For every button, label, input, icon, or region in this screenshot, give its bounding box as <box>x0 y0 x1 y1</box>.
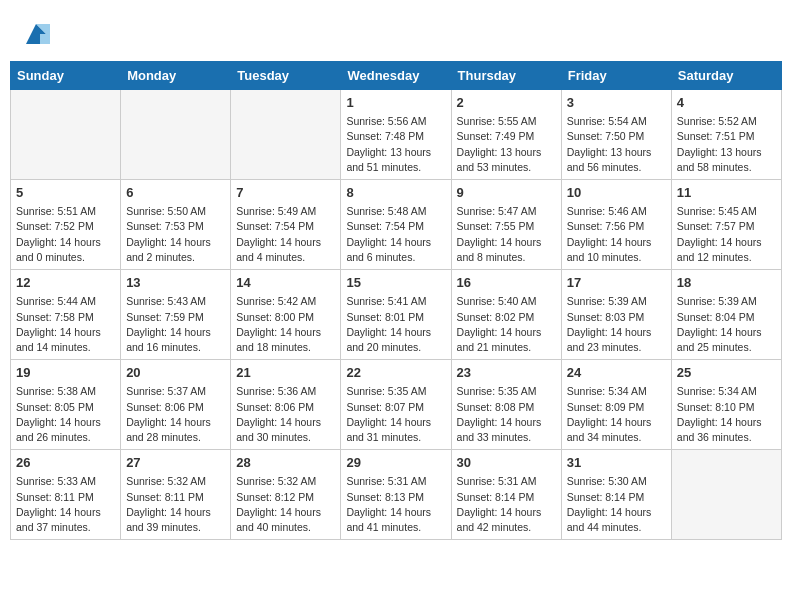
calendar-day-cell: 27Sunrise: 5:32 AM Sunset: 8:11 PM Dayli… <box>121 450 231 540</box>
day-info: Sunrise: 5:35 AM Sunset: 8:07 PM Dayligh… <box>346 384 445 445</box>
calendar-day-cell: 17Sunrise: 5:39 AM Sunset: 8:03 PM Dayli… <box>561 270 671 360</box>
calendar-day-cell <box>11 90 121 180</box>
day-info: Sunrise: 5:45 AM Sunset: 7:57 PM Dayligh… <box>677 204 776 265</box>
day-number: 28 <box>236 454 335 472</box>
calendar-day-cell: 16Sunrise: 5:40 AM Sunset: 8:02 PM Dayli… <box>451 270 561 360</box>
day-info: Sunrise: 5:42 AM Sunset: 8:00 PM Dayligh… <box>236 294 335 355</box>
day-number: 21 <box>236 364 335 382</box>
day-info: Sunrise: 5:30 AM Sunset: 8:14 PM Dayligh… <box>567 474 666 535</box>
day-info: Sunrise: 5:37 AM Sunset: 8:06 PM Dayligh… <box>126 384 225 445</box>
calendar-day-cell: 22Sunrise: 5:35 AM Sunset: 8:07 PM Dayli… <box>341 360 451 450</box>
calendar-day-cell: 9Sunrise: 5:47 AM Sunset: 7:55 PM Daylig… <box>451 180 561 270</box>
day-number: 10 <box>567 184 666 202</box>
day-number: 29 <box>346 454 445 472</box>
day-info: Sunrise: 5:49 AM Sunset: 7:54 PM Dayligh… <box>236 204 335 265</box>
day-info: Sunrise: 5:43 AM Sunset: 7:59 PM Dayligh… <box>126 294 225 355</box>
day-number: 22 <box>346 364 445 382</box>
day-number: 7 <box>236 184 335 202</box>
calendar-week-row: 5Sunrise: 5:51 AM Sunset: 7:52 PM Daylig… <box>11 180 782 270</box>
calendar-day-cell: 28Sunrise: 5:32 AM Sunset: 8:12 PM Dayli… <box>231 450 341 540</box>
day-number: 6 <box>126 184 225 202</box>
calendar-table: SundayMondayTuesdayWednesdayThursdayFrid… <box>10 61 782 540</box>
day-info: Sunrise: 5:52 AM Sunset: 7:51 PM Dayligh… <box>677 114 776 175</box>
day-info: Sunrise: 5:55 AM Sunset: 7:49 PM Dayligh… <box>457 114 556 175</box>
day-info: Sunrise: 5:47 AM Sunset: 7:55 PM Dayligh… <box>457 204 556 265</box>
calendar-day-cell: 2Sunrise: 5:55 AM Sunset: 7:49 PM Daylig… <box>451 90 561 180</box>
calendar-day-cell: 31Sunrise: 5:30 AM Sunset: 8:14 PM Dayli… <box>561 450 671 540</box>
calendar-week-row: 19Sunrise: 5:38 AM Sunset: 8:05 PM Dayli… <box>11 360 782 450</box>
day-info: Sunrise: 5:31 AM Sunset: 8:14 PM Dayligh… <box>457 474 556 535</box>
day-number: 8 <box>346 184 445 202</box>
day-number: 13 <box>126 274 225 292</box>
day-info: Sunrise: 5:44 AM Sunset: 7:58 PM Dayligh… <box>16 294 115 355</box>
day-info: Sunrise: 5:34 AM Sunset: 8:10 PM Dayligh… <box>677 384 776 445</box>
calendar-day-cell: 4Sunrise: 5:52 AM Sunset: 7:51 PM Daylig… <box>671 90 781 180</box>
calendar-week-row: 1Sunrise: 5:56 AM Sunset: 7:48 PM Daylig… <box>11 90 782 180</box>
col-header-wednesday: Wednesday <box>341 62 451 90</box>
day-number: 31 <box>567 454 666 472</box>
calendar-day-cell: 18Sunrise: 5:39 AM Sunset: 8:04 PM Dayli… <box>671 270 781 360</box>
day-number: 4 <box>677 94 776 112</box>
day-info: Sunrise: 5:38 AM Sunset: 8:05 PM Dayligh… <box>16 384 115 445</box>
day-number: 12 <box>16 274 115 292</box>
day-number: 30 <box>457 454 556 472</box>
day-number: 16 <box>457 274 556 292</box>
logo-icon <box>22 20 50 48</box>
calendar-day-cell: 15Sunrise: 5:41 AM Sunset: 8:01 PM Dayli… <box>341 270 451 360</box>
day-number: 1 <box>346 94 445 112</box>
day-number: 25 <box>677 364 776 382</box>
day-number: 3 <box>567 94 666 112</box>
col-header-friday: Friday <box>561 62 671 90</box>
day-info: Sunrise: 5:50 AM Sunset: 7:53 PM Dayligh… <box>126 204 225 265</box>
day-number: 18 <box>677 274 776 292</box>
day-info: Sunrise: 5:33 AM Sunset: 8:11 PM Dayligh… <box>16 474 115 535</box>
col-header-tuesday: Tuesday <box>231 62 341 90</box>
day-info: Sunrise: 5:56 AM Sunset: 7:48 PM Dayligh… <box>346 114 445 175</box>
calendar-day-cell: 6Sunrise: 5:50 AM Sunset: 7:53 PM Daylig… <box>121 180 231 270</box>
calendar-day-cell: 3Sunrise: 5:54 AM Sunset: 7:50 PM Daylig… <box>561 90 671 180</box>
day-number: 17 <box>567 274 666 292</box>
calendar-day-cell: 20Sunrise: 5:37 AM Sunset: 8:06 PM Dayli… <box>121 360 231 450</box>
day-info: Sunrise: 5:34 AM Sunset: 8:09 PM Dayligh… <box>567 384 666 445</box>
day-info: Sunrise: 5:54 AM Sunset: 7:50 PM Dayligh… <box>567 114 666 175</box>
day-number: 20 <box>126 364 225 382</box>
calendar-day-cell: 21Sunrise: 5:36 AM Sunset: 8:06 PM Dayli… <box>231 360 341 450</box>
day-info: Sunrise: 5:46 AM Sunset: 7:56 PM Dayligh… <box>567 204 666 265</box>
col-header-sunday: Sunday <box>11 62 121 90</box>
day-number: 24 <box>567 364 666 382</box>
day-info: Sunrise: 5:31 AM Sunset: 8:13 PM Dayligh… <box>346 474 445 535</box>
page-header <box>10 10 782 57</box>
calendar-week-row: 12Sunrise: 5:44 AM Sunset: 7:58 PM Dayli… <box>11 270 782 360</box>
calendar-day-cell: 7Sunrise: 5:49 AM Sunset: 7:54 PM Daylig… <box>231 180 341 270</box>
calendar-day-cell: 1Sunrise: 5:56 AM Sunset: 7:48 PM Daylig… <box>341 90 451 180</box>
day-info: Sunrise: 5:39 AM Sunset: 8:04 PM Dayligh… <box>677 294 776 355</box>
day-number: 27 <box>126 454 225 472</box>
col-header-saturday: Saturday <box>671 62 781 90</box>
calendar-day-cell: 29Sunrise: 5:31 AM Sunset: 8:13 PM Dayli… <box>341 450 451 540</box>
calendar-day-cell: 23Sunrise: 5:35 AM Sunset: 8:08 PM Dayli… <box>451 360 561 450</box>
calendar-day-cell: 19Sunrise: 5:38 AM Sunset: 8:05 PM Dayli… <box>11 360 121 450</box>
day-info: Sunrise: 5:35 AM Sunset: 8:08 PM Dayligh… <box>457 384 556 445</box>
day-number: 23 <box>457 364 556 382</box>
calendar-week-row: 26Sunrise: 5:33 AM Sunset: 8:11 PM Dayli… <box>11 450 782 540</box>
calendar-day-cell <box>121 90 231 180</box>
day-number: 9 <box>457 184 556 202</box>
day-number: 26 <box>16 454 115 472</box>
calendar-header-row: SundayMondayTuesdayWednesdayThursdayFrid… <box>11 62 782 90</box>
day-number: 19 <box>16 364 115 382</box>
day-number: 15 <box>346 274 445 292</box>
calendar-day-cell: 30Sunrise: 5:31 AM Sunset: 8:14 PM Dayli… <box>451 450 561 540</box>
day-number: 2 <box>457 94 556 112</box>
day-info: Sunrise: 5:40 AM Sunset: 8:02 PM Dayligh… <box>457 294 556 355</box>
day-info: Sunrise: 5:41 AM Sunset: 8:01 PM Dayligh… <box>346 294 445 355</box>
calendar-day-cell: 13Sunrise: 5:43 AM Sunset: 7:59 PM Dayli… <box>121 270 231 360</box>
calendar-day-cell: 25Sunrise: 5:34 AM Sunset: 8:10 PM Dayli… <box>671 360 781 450</box>
logo <box>20 20 50 52</box>
day-number: 5 <box>16 184 115 202</box>
calendar-day-cell: 8Sunrise: 5:48 AM Sunset: 7:54 PM Daylig… <box>341 180 451 270</box>
calendar-day-cell: 26Sunrise: 5:33 AM Sunset: 8:11 PM Dayli… <box>11 450 121 540</box>
col-header-monday: Monday <box>121 62 231 90</box>
day-info: Sunrise: 5:36 AM Sunset: 8:06 PM Dayligh… <box>236 384 335 445</box>
calendar-day-cell <box>231 90 341 180</box>
day-number: 14 <box>236 274 335 292</box>
